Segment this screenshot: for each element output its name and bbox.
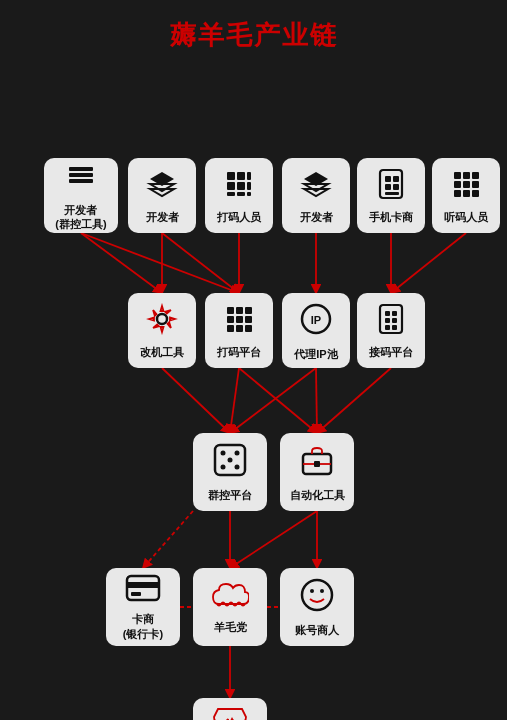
layers3-icon [300, 168, 332, 207]
svg-text:IP: IP [311, 314, 321, 326]
node-target: 目标商家 [193, 698, 267, 720]
node-auto-label: 自动化工具 [290, 488, 345, 502]
node-accshop-label: 账号商人 [295, 623, 339, 637]
svg-rect-32 [247, 182, 251, 190]
svg-line-12 [316, 368, 317, 433]
svg-line-15 [230, 511, 317, 568]
ip-icon: IP [298, 301, 334, 344]
svg-rect-49 [463, 181, 470, 188]
svg-rect-43 [393, 184, 399, 190]
grid2-icon [450, 168, 482, 207]
node-farm: 群控平台 [193, 433, 267, 511]
svg-point-74 [221, 451, 226, 456]
grid4-icon [375, 303, 407, 342]
cloud-icon [211, 580, 249, 617]
node-smsplat-label: 接码平台 [369, 345, 413, 359]
svg-line-9 [230, 368, 239, 433]
svg-line-2 [162, 233, 239, 293]
svg-rect-56 [236, 307, 243, 314]
svg-rect-23 [69, 179, 93, 183]
svg-rect-59 [236, 316, 243, 323]
svg-rect-52 [463, 190, 470, 197]
svg-rect-47 [472, 172, 479, 179]
svg-rect-53 [472, 190, 479, 197]
layers-icon [65, 161, 97, 200]
node-accshop: 账号商人 [280, 568, 354, 646]
svg-rect-71 [385, 325, 390, 330]
layers2-icon [146, 168, 178, 207]
svg-point-86 [310, 589, 314, 593]
node-dev1-label: 开发者(群控工具) [55, 203, 106, 232]
svg-rect-28 [237, 172, 245, 180]
svg-rect-63 [245, 325, 252, 332]
svg-rect-41 [393, 176, 399, 182]
svg-rect-84 [131, 592, 141, 596]
svg-rect-68 [392, 311, 397, 316]
svg-line-0 [81, 233, 162, 293]
svg-rect-66 [380, 305, 402, 333]
svg-rect-61 [227, 325, 234, 332]
svg-rect-45 [454, 172, 461, 179]
svg-rect-44 [385, 192, 399, 195]
svg-rect-70 [392, 318, 397, 323]
simcard-icon [375, 168, 407, 207]
svg-point-75 [235, 451, 240, 456]
svg-rect-55 [227, 307, 234, 314]
node-dev3: 开发者 [282, 158, 350, 233]
node-typer: 打码人员 [205, 158, 273, 233]
page-title: 薅羊毛产业链 [0, 0, 507, 63]
svg-rect-22 [69, 173, 93, 177]
node-dev2: 开发者 [128, 158, 196, 233]
node-captcha: 打码平台 [205, 293, 273, 368]
node-simcard: 手机卡商 [357, 158, 425, 233]
face-icon [299, 577, 335, 620]
card-icon [125, 574, 161, 609]
svg-rect-31 [237, 182, 245, 190]
svg-line-8 [162, 368, 230, 433]
node-farm-label: 群控平台 [208, 488, 252, 502]
svg-line-16 [143, 511, 193, 568]
svg-line-13 [317, 368, 391, 433]
grid-icon [223, 168, 255, 207]
node-auto: 自动化工具 [280, 433, 354, 511]
svg-rect-58 [227, 316, 234, 323]
node-proxy: IP 代理IP池 [282, 293, 350, 368]
svg-rect-35 [247, 192, 251, 196]
svg-point-78 [228, 458, 233, 463]
svg-rect-60 [245, 316, 252, 323]
svg-rect-81 [314, 461, 320, 467]
svg-rect-46 [463, 172, 470, 179]
svg-line-6 [391, 233, 466, 293]
store-icon [212, 707, 248, 720]
dice-icon [212, 442, 248, 485]
node-cardshop-label: 卡商(银行卡) [123, 612, 163, 641]
svg-rect-72 [392, 325, 397, 330]
grid3-icon [223, 303, 255, 342]
node-smsplat: 接码平台 [357, 293, 425, 368]
svg-line-11 [230, 368, 316, 433]
svg-rect-33 [227, 192, 235, 196]
node-coder: 听码人员 [432, 158, 500, 233]
svg-rect-69 [385, 318, 390, 323]
svg-point-76 [221, 465, 226, 470]
svg-rect-48 [454, 181, 461, 188]
svg-point-87 [320, 589, 324, 593]
node-dev1: 开发者(群控工具) [44, 158, 118, 233]
svg-rect-62 [236, 325, 243, 332]
svg-rect-21 [69, 167, 93, 171]
svg-point-85 [302, 580, 332, 610]
svg-line-7 [81, 233, 239, 293]
svg-rect-57 [245, 307, 252, 314]
briefcase-icon [299, 442, 335, 485]
svg-rect-50 [472, 181, 479, 188]
node-wool-label: 羊毛党 [214, 620, 247, 634]
svg-rect-83 [127, 582, 159, 588]
svg-rect-51 [454, 190, 461, 197]
node-captcha-label: 打码平台 [217, 345, 261, 359]
node-wool: 羊毛党 [193, 568, 267, 646]
node-proxy-label: 代理IP池 [294, 347, 337, 361]
svg-rect-42 [385, 184, 391, 190]
svg-point-77 [235, 465, 240, 470]
svg-rect-27 [227, 172, 235, 180]
node-cardshop: 卡商(银行卡) [106, 568, 180, 646]
